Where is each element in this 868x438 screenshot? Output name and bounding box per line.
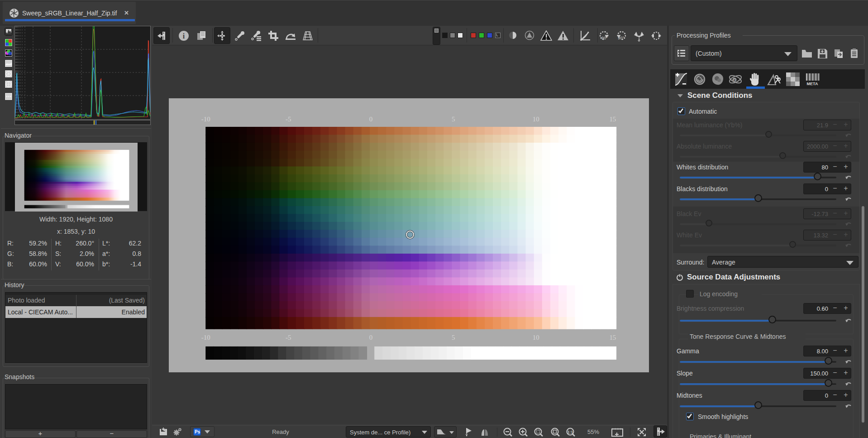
svg-text:5: 5 [452, 334, 455, 341]
svg-text:90°: 90° [618, 36, 624, 40]
svg-text:90°: 90° [601, 36, 608, 40]
svg-text:15: 15 [609, 116, 616, 123]
svg-text:i: i [183, 32, 185, 40]
svg-text:ø: ø [734, 78, 736, 82]
svg-text:-5: -5 [286, 116, 291, 123]
svg-text:-5: -5 [286, 334, 291, 341]
svg-text:0: 0 [369, 116, 372, 123]
svg-text:-10: -10 [201, 116, 210, 123]
svg-text:10: 10 [533, 334, 539, 341]
svg-text:5: 5 [452, 116, 455, 123]
svg-text:0: 0 [369, 334, 372, 341]
svg-text:-10: -10 [201, 334, 210, 341]
svg-text:META: META [807, 82, 818, 86]
svg-text:15: 15 [609, 334, 616, 341]
svg-text:1:1: 1:1 [568, 430, 573, 434]
svg-text:10: 10 [533, 116, 539, 123]
